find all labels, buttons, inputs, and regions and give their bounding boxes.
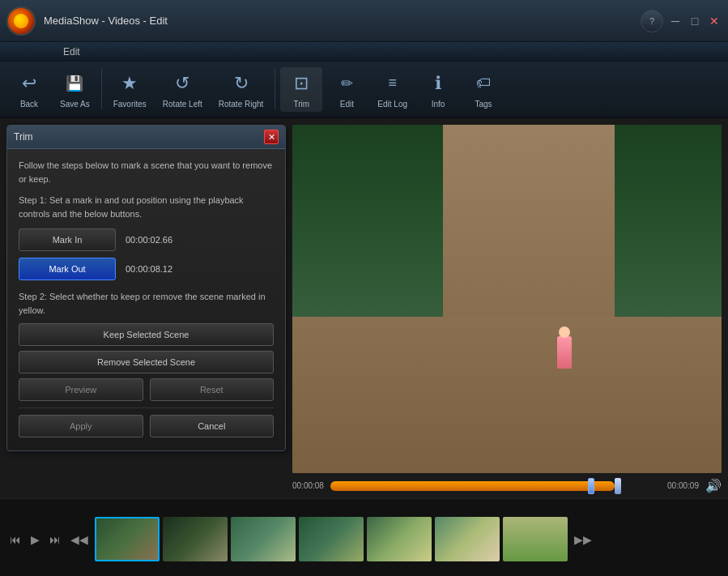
scrubber-track[interactable] [330, 481, 661, 491]
remove-scene-button[interactable]: Remove Selected Scene [19, 351, 274, 373]
rotate-left-label: Rotate Left [163, 100, 202, 109]
rewind-button[interactable]: ◀◀ [67, 533, 92, 546]
play-button[interactable]: ▶ [28, 533, 43, 546]
scrubber-area: 00:00:08 00:00:09 🔊 [292, 473, 722, 498]
dialog-header: Trim ✕ [7, 126, 285, 149]
rotate-right-button[interactable]: ↻ Rotate Right [212, 67, 270, 112]
apply-cancel-row: Apply Cancel [19, 415, 274, 441]
video-frame [292, 125, 722, 473]
filmstrip-thumb-5[interactable] [367, 517, 432, 561]
save-as-button[interactable]: 💾 Save As [53, 67, 96, 112]
back-icon: ↩ [16, 70, 42, 96]
scrubber-progress [330, 481, 615, 491]
time-start: 00:00:08 [292, 481, 324, 490]
edit-log-button[interactable]: ≡ Edit Log [371, 67, 414, 112]
favorites-button[interactable]: ★ Favorites [107, 67, 153, 112]
mark-in-time: 00:00:02.66 [126, 235, 172, 245]
rotate-left-icon: ↺ [169, 70, 195, 96]
scene-path [292, 317, 722, 474]
reset-button[interactable]: Reset [150, 378, 275, 401]
help-button[interactable]: ? [641, 10, 663, 32]
tags-icon: 🏷 [470, 70, 496, 96]
preview-button[interactable]: Preview [19, 378, 143, 401]
mark-out-button[interactable]: Mark Out [19, 258, 116, 280]
filmstrip-thumb-6[interactable] [435, 517, 500, 561]
main-area: Trim ✕ Follow the steps below to mark a … [0, 118, 728, 498]
edit-icon: ✏ [334, 70, 360, 96]
title-bar: MediaShow - Videos - Edit ? ─ □ ✕ [0, 0, 728, 42]
mark-in-button[interactable]: Mark In [19, 228, 116, 251]
toolbar-separator-1 [101, 69, 102, 109]
toolbar-separator-2 [275, 69, 275, 109]
filmstrip: ⏮ ▶ ⏭ ◀◀ ▶▶ [0, 498, 728, 576]
save-as-icon: 💾 [62, 70, 87, 96]
skip-to-start-button[interactable]: ⏮ [6, 533, 24, 546]
trim-label: Trim [294, 100, 310, 109]
toolbar: ↩ Back 💾 Save As ★ Favorites ↺ Rotate Le… [0, 62, 728, 118]
tags-label: Tags [475, 100, 492, 109]
mark-out-row: Mark Out 00:00:08.12 [19, 258, 274, 280]
volume-icon[interactable]: 🔊 [705, 478, 722, 493]
video-area: 00:00:08 00:00:09 🔊 [292, 118, 728, 498]
scrubber-marker [615, 478, 621, 494]
trim-icon: ⊡ [288, 70, 314, 96]
dialog-step2: Step 2: Select whether to keep or remove… [19, 290, 274, 317]
filmstrip-thumb-3[interactable] [231, 517, 296, 561]
edit-label: Edit [340, 100, 354, 109]
maximize-button[interactable]: □ [688, 15, 702, 28]
tags-button[interactable]: 🏷 Tags [462, 67, 504, 112]
back-label: Back [20, 100, 38, 109]
rotate-left-button[interactable]: ↺ Rotate Left [156, 67, 209, 112]
edit-log-icon: ≡ [380, 70, 406, 96]
back-button[interactable]: ↩ Back [8, 67, 50, 112]
close-button[interactable]: ✕ [707, 15, 722, 28]
menu-edit[interactable]: Edit [57, 45, 87, 59]
scrubber-handle[interactable] [588, 478, 594, 494]
app-title: MediaShow - Videos - Edit [44, 15, 641, 27]
save-as-label: Save As [60, 100, 90, 109]
mark-in-row: Mark In 00:00:02.66 [19, 228, 274, 251]
favorites-label: Favorites [113, 100, 147, 109]
dialog-instruction: Follow the steps below to mark a scene t… [19, 159, 274, 186]
minimize-button[interactable]: ─ [668, 15, 683, 28]
filmstrip-thumb-2[interactable] [163, 517, 228, 561]
edit-button[interactable]: ✏ Edit [326, 67, 368, 112]
trim-dialog: Trim ✕ Follow the steps below to mark a … [6, 125, 286, 451]
apply-button[interactable]: Apply [19, 415, 143, 437]
scene-figure [557, 336, 572, 369]
filmstrip-thumb-7[interactable] [503, 517, 568, 561]
edit-log-label: Edit Log [377, 100, 407, 109]
filmstrip-thumb-1[interactable] [95, 517, 160, 561]
info-icon: ℹ [425, 70, 451, 96]
app-logo [6, 6, 36, 36]
favorites-icon: ★ [117, 70, 143, 96]
mark-out-time: 00:00:08.12 [126, 264, 172, 274]
trim-button[interactable]: ⊡ Trim [280, 67, 322, 112]
dialog-body: Follow the steps below to mark a scene t… [7, 149, 285, 450]
title-controls: ? ─ □ ✕ [641, 10, 722, 32]
skip-to-end-button[interactable]: ⏭ [46, 533, 64, 546]
dialog-title: Trim [14, 131, 33, 143]
rotate-right-icon: ↻ [228, 70, 254, 96]
info-button[interactable]: ℹ Info [417, 67, 459, 112]
cancel-button[interactable]: Cancel [150, 415, 275, 437]
rotate-right-label: Rotate Right [219, 100, 264, 109]
dialog-separator [19, 407, 274, 408]
time-end: 00:00:09 [667, 481, 699, 490]
filmstrip-thumb-4[interactable] [299, 517, 364, 561]
info-label: Info [432, 100, 445, 109]
fast-forward-button[interactable]: ▶▶ [571, 533, 595, 546]
dialog-step1: Step 1: Set a mark in and out position u… [19, 194, 274, 220]
menu-bar: Edit [0, 42, 728, 62]
dialog-close-button[interactable]: ✕ [264, 130, 279, 144]
keep-scene-button[interactable]: Keep Selected Scene [19, 323, 274, 346]
preview-reset-row: Preview Reset [19, 378, 274, 401]
